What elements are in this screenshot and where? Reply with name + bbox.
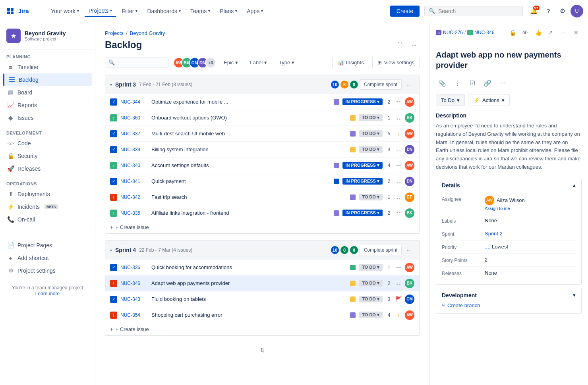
status-badge[interactable]: IN PROGRESS ▾ xyxy=(342,162,383,169)
details-header[interactable]: Details ▴ xyxy=(436,178,581,192)
sprint-4-header[interactable]: ▾ Sprint 4 22 Feb - 7 Mar (4 issues) 10 … xyxy=(105,241,419,260)
more-options-button[interactable]: ··· xyxy=(409,40,420,50)
panel-lock-button[interactable]: 🔒 xyxy=(507,27,518,38)
table-row[interactable]: ! NUC-342 Fast trip search TO DO ▾ 1 ↓↓ … xyxy=(105,189,419,205)
panel-bc-parent[interactable]: ◇ NUC-276 xyxy=(436,30,463,35)
user-avatar[interactable]: U xyxy=(571,5,583,17)
backlog-search-box[interactable]: 🔍 xyxy=(105,58,168,67)
nav-your-work[interactable]: Your work xyxy=(47,6,83,17)
epic-filter-button[interactable]: Epic ▾ xyxy=(219,57,242,68)
nav-teams[interactable]: Teams xyxy=(186,6,214,17)
issue-type-icon: ! xyxy=(110,312,117,319)
sidebar-item-board[interactable]: ▤ Board xyxy=(3,86,92,99)
table-row[interactable]: ↑ NUC-335 Affiliate links integration - … xyxy=(105,205,419,221)
table-row[interactable]: ! NUC-346 Adapt web app payments provide… xyxy=(105,275,419,291)
table-row[interactable]: ↑ NUC-360 Onboard workout options (OWO) … xyxy=(105,110,419,126)
sidebar-item-code[interactable]: </> Code xyxy=(3,137,92,150)
nav-apps[interactable]: Apps xyxy=(243,6,267,17)
sidebar-item-security[interactable]: 🔒 Security xyxy=(3,150,92,162)
sidebar-item-deployments[interactable]: ⬆ Deployments xyxy=(3,188,92,200)
panel-close-button[interactable]: ✕ xyxy=(571,27,582,38)
status-badge[interactable]: TO DO ▾ xyxy=(359,130,383,137)
table-row[interactable]: ✓ NUC-341 Quick payment IN PROGRESS ▾ 2 … xyxy=(105,173,419,189)
search-box[interactable]: 🔍 xyxy=(424,6,523,16)
sidebar-item-add-shortcut[interactable]: + Add shortcut xyxy=(3,252,92,264)
attach-button[interactable]: 📎 xyxy=(436,77,449,89)
nav-dashboards[interactable]: Dashboards xyxy=(143,6,185,17)
insights-button[interactable]: 📊 Insights xyxy=(332,57,369,68)
assign-me-link[interactable]: Assign to me xyxy=(485,206,576,211)
panel-bc-current[interactable]: ! NUC-346 xyxy=(467,30,494,35)
sidebar-item-timeline[interactable]: ≡ Timeline xyxy=(3,61,92,73)
panel-share-button[interactable]: ↗ xyxy=(545,27,556,38)
actions-dropdown[interactable]: ⚡ Actions ▾ xyxy=(468,94,510,106)
toolbar-more-button[interactable]: ··· xyxy=(496,77,509,89)
sidebar-item-incidents[interactable]: ⚡ Incidents BETA xyxy=(3,200,92,213)
status-badge[interactable]: TO DO ▾ xyxy=(359,146,383,153)
view-settings-button[interactable]: ⊞ View settings xyxy=(372,57,420,68)
nav-projects[interactable]: Projects xyxy=(85,5,116,17)
panel-watch-button[interactable]: 👁 xyxy=(520,27,531,38)
type-filter-button[interactable]: Type ▾ xyxy=(275,57,299,68)
table-row[interactable]: ✓ NUC-337 Multi-dest search UI mobile we… xyxy=(105,126,419,142)
sprint-3-header[interactable]: ▾ Sprint 3 7 Feb - 21 Feb (8 issues) 10 … xyxy=(105,75,419,94)
status-badge[interactable]: IN PROGRESS ▾ xyxy=(342,178,383,185)
status-badge[interactable]: TO DO ▾ xyxy=(359,280,383,287)
label-filter-button[interactable]: Label ▾ xyxy=(246,57,271,68)
create-issue-sprint3-button[interactable]: + + Create issue xyxy=(105,221,419,233)
status-badge[interactable]: IN PROGRESS ▾ xyxy=(342,210,383,216)
status-badge[interactable]: TO DO ▾ xyxy=(359,296,383,302)
table-row[interactable]: ✓ NUC-336 Quick booking for accommodatio… xyxy=(105,260,419,275)
backlog-search-input[interactable] xyxy=(117,60,165,65)
sidebar-item-project-pages[interactable]: 📄 Project Pages xyxy=(3,239,92,252)
avatar-more-count[interactable]: +3 xyxy=(205,57,216,68)
create-branch-button[interactable]: ⑂ Create branch xyxy=(442,302,576,308)
insights-icon: 📊 xyxy=(337,60,344,65)
sidebar-item-project-settings[interactable]: ⚙ Project settings xyxy=(3,264,92,277)
table-row[interactable]: ! NUC-354 Shopping cart purchasing error… xyxy=(105,307,419,323)
notifications-button[interactable]: 🔔 9+ xyxy=(528,5,540,17)
sidebar-item-backlog[interactable]: Backlog xyxy=(3,73,92,86)
app-logo[interactable]: Jira xyxy=(5,6,42,17)
sprint-4-more-button[interactable]: ··· xyxy=(403,244,414,256)
search-input[interactable] xyxy=(438,8,518,14)
sprint-value[interactable]: Sprint 2 xyxy=(485,231,576,237)
sidebar-item-issues[interactable]: ◆ Issues xyxy=(3,112,92,124)
complete-sprint-3-button[interactable]: Complete sprint xyxy=(360,79,402,90)
status-badge[interactable]: TO DO ▾ xyxy=(359,194,383,200)
project-header[interactable]: ★ Beyond Gravity Software project xyxy=(0,22,95,50)
table-row[interactable]: ✓ NUC-339 Billing system integration TO … xyxy=(105,142,419,158)
help-button[interactable]: ? xyxy=(542,5,555,17)
nav-filter[interactable]: Filter xyxy=(118,6,141,17)
breadcrumb-projects-link[interactable]: Projects xyxy=(105,30,124,36)
sidebar-item-on-call[interactable]: 📞 On-call xyxy=(3,213,92,226)
settings-button[interactable]: ⚙ xyxy=(556,5,569,17)
expand-button[interactable]: ⛶ xyxy=(394,40,406,50)
panel-like-button[interactable]: 👍 xyxy=(532,27,544,38)
status-badge[interactable]: IN PROGRESS ▾ xyxy=(342,98,383,105)
create-issue-sprint4-button[interactable]: + + Create issue xyxy=(105,323,419,335)
table-row[interactable]: ↑ NUC-340 Account settings defaults IN P… xyxy=(105,158,419,173)
learn-more-link[interactable]: Learn more xyxy=(35,291,60,296)
status-dropdown[interactable]: To Do ▾ xyxy=(436,94,465,106)
pages-icon: 📄 xyxy=(7,242,14,249)
link-button[interactable]: 🔗 xyxy=(481,77,494,89)
child-issues-button[interactable]: ⋮ xyxy=(451,77,464,89)
checklist-button[interactable]: ☑ xyxy=(466,77,479,89)
breadcrumb-project-link[interactable]: Beyond Gravity xyxy=(130,30,165,36)
table-row[interactable]: ✓ NUC-343 Fluid booking on tablets TO DO… xyxy=(105,291,419,307)
development-header[interactable]: Development ▾ xyxy=(436,288,581,302)
status-badge[interactable]: TO DO ▾ xyxy=(359,264,383,271)
sprint-3-more-button[interactable]: ··· xyxy=(403,79,414,90)
complete-sprint-4-button[interactable]: Complete sprint xyxy=(360,245,402,255)
panel-more-button[interactable]: ··· xyxy=(558,27,569,38)
sidebar-item-releases[interactable]: 🚀 Releases xyxy=(3,162,92,175)
shortcut-icon: + xyxy=(7,254,14,262)
status-badge[interactable]: TO DO ▾ xyxy=(359,312,383,318)
sidebar-item-reports[interactable]: 📈 Reports xyxy=(3,99,92,112)
status-badge[interactable]: TO DO ▾ xyxy=(359,114,383,121)
filter-bar: 🔍 AW BK CM DN +3 Epic ▾ xyxy=(105,57,420,68)
table-row[interactable]: ✓ NUC-344 Optimize experience for mobile… xyxy=(105,94,419,110)
nav-plans[interactable]: Plans xyxy=(216,6,241,17)
create-button[interactable]: Create xyxy=(390,6,420,17)
